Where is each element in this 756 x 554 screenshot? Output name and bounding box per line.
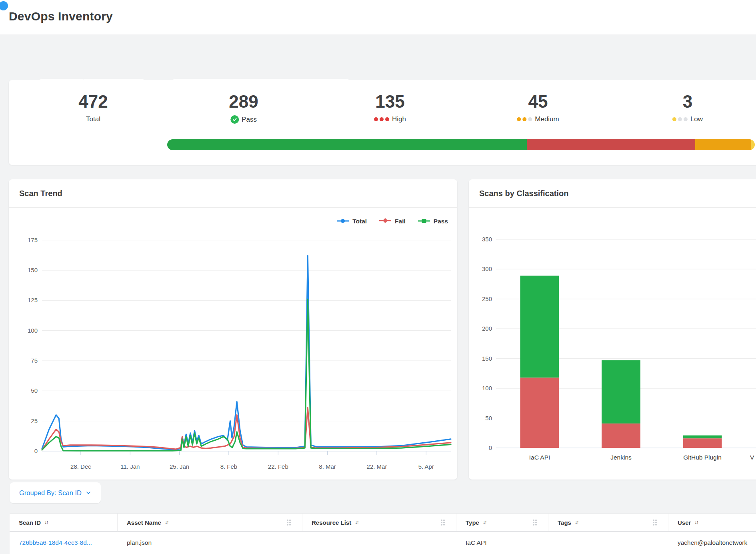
svg-text:5. Apr: 5. Apr [418,463,434,470]
scan-trend-card: Scan Trend TotalFailPass 025507510012515… [9,179,457,480]
medium-label: Medium [535,115,559,123]
low-severity-dots [672,117,688,121]
severity-dot [380,117,384,121]
svg-text:125: 125 [28,297,38,303]
grouped-by-label: Grouped By: Scan ID [19,489,82,497]
summary-card: 472 Total 289 Pass 135 High 45 Medium 3 … [9,80,756,165]
pass-label: Pass [242,116,257,124]
low-count: 3 [672,92,703,111]
severity-dot [385,117,389,121]
total-count: 472 [78,92,108,111]
svg-text:0: 0 [489,444,492,451]
column-header-tags[interactable]: Tags↓↑ [548,514,668,531]
column-drag-handle-icon[interactable] [533,520,537,526]
high-label: High [392,115,406,123]
progress-segment-high [527,139,695,150]
svg-text:150: 150 [28,267,38,273]
column-header-user[interactable]: User↓↑ [668,514,756,531]
sort-icon[interactable]: ↓↑ [355,520,358,525]
column-drag-handle-icon[interactable] [653,520,657,526]
progress-segment-medium [695,139,751,150]
progress-segment-pass [167,139,527,150]
svg-text:22. Mar: 22. Mar [367,463,387,470]
svg-text:Jenkins: Jenkins [610,454,632,461]
pass-check-icon [230,115,239,124]
medium-count: 45 [517,92,559,111]
classification-title: Scans by Classification [479,189,568,198]
sort-icon[interactable]: ↓↑ [483,520,486,525]
svg-text:350: 350 [482,236,492,243]
cell-scan-id[interactable]: 726bb5a6-18d4-4ec3-8d... [10,532,118,554]
notification-dot [0,1,8,10]
svg-text:V: V [750,454,754,461]
cell-user: yachen@paloaltonetwork [668,532,756,554]
scan-trend-title: Scan Trend [19,189,62,198]
svg-text:175: 175 [28,237,38,243]
severity-dot [517,117,521,121]
svg-text:100: 100 [28,327,38,334]
stat-pass: 289 Pass [229,92,258,124]
page-title: DevOps Inventory [9,10,113,23]
scan-trend-chart[interactable]: 025507510012515017528. Dec11. Jan25. Jan… [9,207,457,480]
sort-icon[interactable]: ↓↑ [575,520,578,525]
svg-text:100: 100 [482,385,492,391]
severity-dot [684,117,688,121]
cell-resource-list [302,532,456,554]
svg-text:0: 0 [34,448,38,454]
sort-icon[interactable]: ↓↑ [694,520,698,525]
table-body: 726bb5a6-18d4-4ec3-8d...plan.jsonIaC API… [10,532,756,554]
scan-trend-header: Scan Trend [9,179,457,208]
svg-text:28. Dec: 28. Dec [70,463,91,470]
scan-id-link[interactable]: 726bb5a6-18d4-4ec3-8d... [19,539,92,546]
stat-high: 135 High [374,92,406,123]
sort-icon[interactable]: ↓↑ [44,520,48,525]
stat-medium: 45 Medium [517,92,559,123]
svg-text:300: 300 [482,265,492,272]
pass-count: 289 [229,92,258,111]
svg-text:IaC API: IaC API [529,454,550,461]
progress-segment-low [751,139,755,150]
classification-chart[interactable]: 050100150200250300350IaC APIJenkinsGitHu… [469,207,756,480]
low-label: Low [690,115,703,123]
svg-text:250: 250 [482,295,492,302]
severity-dot [672,117,676,121]
svg-text:8. Mar: 8. Mar [319,463,336,470]
high-severity-dots [374,117,389,121]
svg-text:8. Feb: 8. Feb [220,463,238,470]
high-count: 135 [374,92,406,111]
severity-dot [528,117,532,121]
severity-dot [522,117,526,121]
classification-header: Scans by Classification [469,179,756,208]
column-drag-handle-icon[interactable] [287,520,291,526]
svg-text:GitHub Plugin: GitHub Plugin [683,454,722,461]
grouped-by-button[interactable]: Grouped By: Scan ID [10,482,101,503]
scans-table: Scan ID↓↑Asset Name↓↑Resource List↓↑Type… [10,513,756,554]
svg-text:50: 50 [485,415,492,422]
svg-text:25. Jan: 25. Jan [170,463,189,470]
svg-text:150: 150 [482,355,492,362]
table-row: 726bb5a6-18d4-4ec3-8d...plan.jsonIaC API… [10,532,756,554]
svg-text:11. Jan: 11. Jan [120,463,140,470]
app-header: DevOps Inventory [0,0,756,34]
classification-card: Scans by Classification 0501001502002503… [469,179,756,480]
sort-icon[interactable]: ↓↑ [165,520,168,525]
column-header-asset-name[interactable]: Asset Name↓↑ [118,514,302,531]
svg-text:200: 200 [482,325,492,332]
column-header-scan-id[interactable]: Scan ID↓↑ [10,514,118,531]
cell-asset-name: plan.json [118,532,302,554]
column-header-type[interactable]: Type↓↑ [456,514,548,531]
svg-text:75: 75 [31,357,38,364]
severity-dot [678,117,682,121]
table-header-row: Scan ID↓↑Asset Name↓↑Resource List↓↑Type… [10,514,756,532]
total-label: Total [86,115,100,123]
column-drag-handle-icon[interactable] [441,520,445,526]
cell-type: IaC API [456,532,548,554]
chevron-down-icon [86,490,91,496]
column-header-resource-list[interactable]: Resource List↓↑ [302,514,456,531]
severity-progress-bar [167,139,755,150]
svg-text:50: 50 [31,387,38,394]
cell-tags [548,532,668,554]
stat-low: 3 Low [672,92,703,123]
medium-severity-dots [517,117,532,121]
filter-bar: Time Range Past 6 Months ✕ Status Passed… [0,34,756,68]
